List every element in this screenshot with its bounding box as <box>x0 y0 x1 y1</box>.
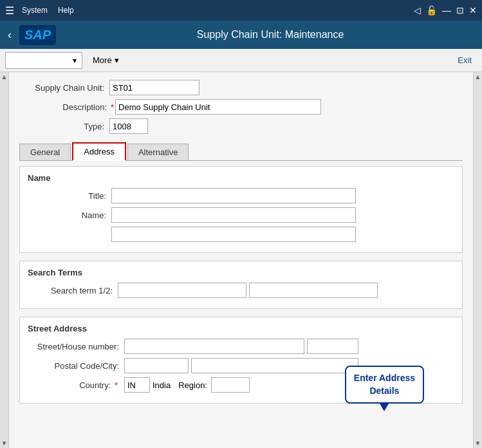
scroll-right-bar: ▲ ▼ <box>473 72 482 448</box>
page-title: Supply Chain Unit: Maintenance <box>66 29 474 41</box>
supply-chain-unit-label: Supply Chain Unit: <box>19 83 109 93</box>
tab-address[interactable]: Address <box>72 142 126 161</box>
house-number-input[interactable] <box>307 339 358 354</box>
exit-button[interactable]: Exit <box>452 53 477 68</box>
callout-line1: Enter Address <box>354 373 415 383</box>
scroll-down-icon[interactable]: ▼ <box>0 438 8 448</box>
region-input[interactable] <box>211 377 250 393</box>
type-row: Type: <box>19 118 463 134</box>
name2-field-row <box>28 227 454 242</box>
supply-chain-unit-row: Supply Chain Unit: <box>19 80 463 95</box>
system-menu[interactable]: System <box>22 6 48 15</box>
city-input[interactable] <box>191 358 358 373</box>
name-field-row: Name: <box>28 207 454 223</box>
search-term1-input[interactable] <box>118 283 246 298</box>
postal-city-label: Postal Code/City: <box>28 361 124 371</box>
callout-box: Enter Address Details <box>345 366 424 404</box>
name-field-input[interactable] <box>111 207 356 223</box>
tabs-container: General Address Alternative <box>19 142 463 161</box>
scroll-left-bar: ▲ ▼ <box>0 72 9 448</box>
minimize-btn[interactable]: — <box>442 5 451 15</box>
name-field-label: Name: <box>28 210 111 220</box>
type-label: Type: <box>19 122 109 131</box>
name-section: Name Title: Name: <box>19 166 463 253</box>
street-address-title: Street Address <box>28 324 454 333</box>
street-house-row: Street/House number: <box>28 339 454 354</box>
main-content: ▲ ▼ Supply Chain Unit: Description: * Ty… <box>0 72 482 448</box>
more-menu[interactable]: More ▾ <box>88 54 124 66</box>
name-section-title: Name <box>28 173 454 183</box>
scroll-up-icon[interactable]: ▲ <box>0 72 8 82</box>
title-bar-controls: ◁ 🔓 — ⊡ ✕ <box>414 5 477 15</box>
tab-general[interactable]: General <box>19 144 71 160</box>
callout-line2: Details <box>369 386 399 396</box>
description-label: Description: <box>19 102 109 112</box>
dropdown-arrow-icon: ▾ <box>73 56 77 65</box>
address-tab-content: Enter Address Details Name Title: Name: <box>19 166 463 404</box>
type-input[interactable] <box>109 118 148 134</box>
search-term2-input[interactable] <box>249 283 378 298</box>
country-code-input[interactable] <box>124 377 150 393</box>
more-arrow-icon: ▾ <box>115 55 119 65</box>
lock-icon: 🔓 <box>426 5 437 15</box>
scroll-right-up-icon[interactable]: ▲ <box>474 72 482 82</box>
title-bar: ☰ System Help ◁ 🔓 — ⊡ ✕ <box>0 0 482 21</box>
restore-btn[interactable]: ⊡ <box>456 5 464 15</box>
description-required: * <box>111 102 114 112</box>
content-area: Supply Chain Unit: Description: * Type: … <box>9 72 473 448</box>
title-bar-menu: System Help <box>22 6 74 15</box>
name2-field-input[interactable] <box>111 227 356 242</box>
country-label: Country: * <box>28 380 124 390</box>
back-button[interactable]: ‹ <box>8 28 12 42</box>
street-house-label: Street/House number: <box>28 342 124 351</box>
country-required: * <box>115 380 118 390</box>
toolbar-dropdown[interactable]: ▾ <box>5 52 82 69</box>
region-label: Region: <box>178 380 207 390</box>
search-terms-section: Search Terms Search term 1/2: <box>19 261 463 309</box>
hamburger-icon[interactable]: ☰ <box>5 5 14 17</box>
search-term-label: Search term 1/2: <box>28 286 118 295</box>
description-input[interactable] <box>115 99 321 115</box>
title-field-row: Title: <box>28 188 454 203</box>
scroll-right-down-icon[interactable]: ▼ <box>474 438 482 448</box>
search-term-row: Search term 1/2: <box>28 283 454 298</box>
back-nav-icon[interactable]: ◁ <box>414 5 421 15</box>
header-bar: ‹ SAP Supply Chain Unit: Maintenance <box>0 21 482 49</box>
country-name-text: India <box>153 380 171 390</box>
help-menu[interactable]: Help <box>58 6 74 15</box>
title-field-input[interactable] <box>111 188 356 203</box>
close-btn[interactable]: ✕ <box>469 5 477 15</box>
more-label: More <box>93 55 112 65</box>
callout-tooltip: Enter Address Details <box>345 366 424 404</box>
postal-code-input[interactable] <box>124 358 189 373</box>
street-input[interactable] <box>124 339 304 354</box>
tab-alternative[interactable]: Alternative <box>127 144 189 160</box>
toolbar: ▾ More ▾ Exit <box>0 49 482 72</box>
supply-chain-unit-input[interactable] <box>109 80 199 95</box>
description-row: Description: * <box>19 99 463 115</box>
search-terms-title: Search Terms <box>28 268 454 277</box>
sap-logo: SAP <box>19 25 56 45</box>
title-field-label: Title: <box>28 191 111 201</box>
